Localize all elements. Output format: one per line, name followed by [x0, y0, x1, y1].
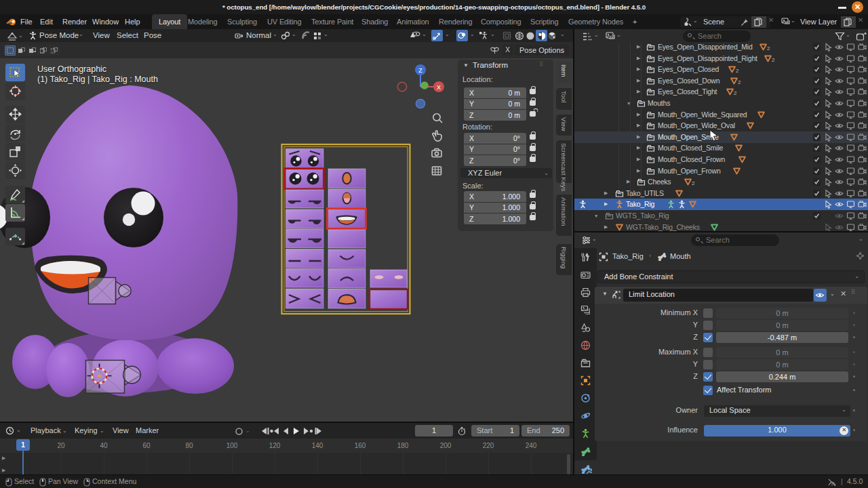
- svg-text:X: X: [437, 84, 441, 91]
- svg-text:Z: Z: [418, 67, 422, 74]
